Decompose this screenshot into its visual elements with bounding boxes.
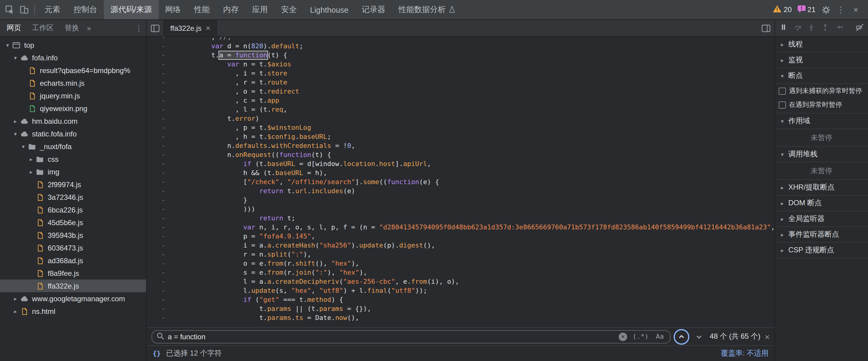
- tab-application[interactable]: 应用: [245, 0, 274, 19]
- deactivate-breakpoints-button[interactable]: [853, 21, 866, 35]
- line-marker[interactable]: -: [147, 51, 173, 60]
- line-marker[interactable]: -: [147, 159, 173, 169]
- search-input[interactable]: a = function × (.*) Aa: [152, 330, 671, 343]
- device-toolbar-icon[interactable]: [17, 2, 31, 18]
- tree-item-395943b-js[interactable]: 395943b.js: [0, 229, 146, 241]
- expanded-chevron-icon[interactable]: ▾: [4, 42, 11, 48]
- code-editor[interactable]: - , //;- var d = n(820).default;- t.a = …: [147, 37, 774, 327]
- tree-item-ad368ad-js[interactable]: ad368ad.js: [0, 254, 146, 267]
- checkbox-icon[interactable]: [779, 87, 786, 94]
- tab-performance-insights[interactable]: 性能数据分析: [392, 0, 463, 19]
- pause-script-button[interactable]: [777, 21, 790, 35]
- tab-sources[interactable]: 源代码/来源: [104, 0, 158, 19]
- close-devtools-icon[interactable]: ×: [849, 2, 863, 18]
- close-search-icon[interactable]: ×: [765, 332, 770, 341]
- line-marker[interactable]: -: [147, 60, 173, 69]
- tree-item-ns-html[interactable]: ▸ns.html: [0, 305, 146, 318]
- tab-console[interactable]: 控制台: [67, 0, 104, 19]
- toggle-navigator-icon[interactable]: [147, 20, 163, 36]
- line-marker[interactable]: -: [147, 78, 173, 87]
- settings-gear-icon[interactable]: [818, 2, 833, 18]
- line-marker[interactable]: -: [147, 87, 173, 96]
- tree-item-3a72346-js[interactable]: 3a72346.js: [0, 191, 146, 204]
- tree-item-2f99974-js[interactable]: 2f99974.js: [0, 178, 146, 191]
- expanded-chevron-icon[interactable]: ▾: [19, 143, 27, 149]
- section-header-watch[interactable]: ▸监视: [775, 53, 868, 68]
- tree-item-fofa-info[interactable]: ▾fofa.info: [0, 51, 146, 64]
- section-header-threads[interactable]: ▸线程: [775, 37, 868, 53]
- collapsed-chevron-icon[interactable]: ▸: [11, 308, 19, 314]
- clear-search-icon[interactable]: ×: [619, 332, 627, 341]
- line-marker[interactable]: -: [147, 304, 173, 313]
- tab-performance[interactable]: 性能: [187, 0, 216, 19]
- tree-item-static-fofa-info[interactable]: ▾static.fofa.info: [0, 127, 146, 140]
- expanded-chevron-icon[interactable]: ▾: [11, 55, 19, 61]
- line-marker[interactable]: -: [147, 286, 173, 295]
- step-over-button[interactable]: [791, 21, 804, 35]
- file-tab-ffa322e[interactable]: ffa322e.js ×: [163, 20, 217, 36]
- tab-network[interactable]: 网络: [158, 0, 187, 19]
- section-header-global-listeners[interactable]: ▸全局监听器: [775, 211, 868, 227]
- close-tab-icon[interactable]: ×: [206, 24, 210, 33]
- tree-item-img[interactable]: ▸img: [0, 166, 146, 178]
- toggle-debugger-panel-icon[interactable]: [757, 20, 774, 36]
- tab-memory[interactable]: 内存: [216, 0, 245, 19]
- collapsed-chevron-icon[interactable]: ▸: [11, 118, 19, 124]
- section-header-csp-violation-breakpoints[interactable]: ▸CSP 违规断点: [775, 243, 868, 259]
- line-marker[interactable]: -: [147, 141, 173, 150]
- tree-item-echarts-min-js[interactable]: echarts.min.js: [0, 77, 146, 89]
- line-marker[interactable]: -: [147, 277, 173, 286]
- section-header-scope[interactable]: ▾作用域: [775, 114, 868, 129]
- line-marker[interactable]: -: [147, 169, 173, 178]
- expanded-chevron-icon[interactable]: ▾: [11, 131, 19, 137]
- next-match-button[interactable]: [692, 330, 706, 343]
- section-header-event-listener-breakpoints[interactable]: ▸事件监听器断点: [775, 227, 868, 243]
- line-marker[interactable]: -: [147, 96, 173, 105]
- tree-item-jquery-min-js[interactable]: jquery.min.js: [0, 89, 146, 102]
- section-header-xhr-fetch-breakpoints[interactable]: ▸XHR/提取断点: [775, 180, 868, 195]
- line-marker[interactable]: -: [147, 214, 173, 223]
- line-marker[interactable]: -: [147, 195, 173, 205]
- tab-elements[interactable]: 元素: [38, 0, 67, 19]
- line-marker[interactable]: -: [147, 178, 173, 186]
- navigator-tab-overrides[interactable]: 替换: [59, 20, 85, 36]
- tree-item-www-googletagmanager-com[interactable]: ▸www.googletagmanager.com: [0, 292, 146, 305]
- tree-item-45d5b6e-js[interactable]: 45d5b6e.js: [0, 216, 146, 229]
- issues-badge[interactable]: 21: [795, 5, 818, 14]
- coverage-link[interactable]: 覆盖率: 不适用: [721, 348, 768, 359]
- line-marker[interactable]: -: [147, 223, 173, 232]
- line-marker[interactable]: -: [147, 259, 173, 268]
- line-marker[interactable]: -: [147, 205, 173, 214]
- regex-toggle-icon[interactable]: (.*): [631, 333, 650, 340]
- kebab-menu-icon[interactable]: ⋮: [834, 2, 848, 18]
- section-header-dom-breakpoints[interactable]: ▸DOM 断点: [775, 195, 868, 211]
- tree-item-css[interactable]: ▸css: [0, 153, 146, 166]
- line-marker[interactable]: -: [147, 268, 173, 277]
- navigator-tab-workspace[interactable]: 工作区: [27, 20, 59, 36]
- checkbox-pause-on-caught-exceptions[interactable]: 在遇到异常时暂停: [775, 98, 868, 112]
- previous-match-button[interactable]: [675, 330, 688, 343]
- collapsed-chevron-icon[interactable]: ▸: [27, 169, 35, 175]
- line-marker[interactable]: -: [147, 132, 173, 141]
- line-marker[interactable]: -: [147, 69, 173, 78]
- line-marker[interactable]: -: [147, 295, 173, 304]
- section-header-breakpoints[interactable]: ▾断点: [775, 68, 868, 84]
- tree-item-hm-baidu-com[interactable]: ▸hm.baidu.com: [0, 115, 146, 127]
- line-marker[interactable]: -: [147, 186, 173, 195]
- tree-item-6036473-js[interactable]: 6036473.js: [0, 241, 146, 254]
- checkbox-pause-on-uncaught-exceptions[interactable]: 遇到未捕获的异常时暂停: [775, 84, 868, 98]
- tree-item-6bca226-js[interactable]: 6bca226.js: [0, 204, 146, 216]
- line-marker[interactable]: -: [147, 123, 173, 132]
- line-marker[interactable]: -: [147, 232, 173, 241]
- line-marker[interactable]: -: [147, 37, 173, 42]
- inspect-element-icon[interactable]: [2, 2, 17, 18]
- tab-recorder[interactable]: 记录器: [355, 0, 392, 19]
- line-marker[interactable]: -: [147, 250, 173, 259]
- tree-item-ffa322e-js[interactable]: ffa322e.js: [0, 279, 146, 292]
- step-button[interactable]: [832, 21, 846, 35]
- warnings-badge[interactable]: 20: [771, 5, 794, 14]
- step-out-button[interactable]: [818, 21, 832, 35]
- tab-lighthouse[interactable]: Lighthouse: [303, 0, 355, 19]
- navigator-menu-icon[interactable]: ⋮: [133, 24, 145, 32]
- collapsed-chevron-icon[interactable]: ▸: [11, 296, 19, 302]
